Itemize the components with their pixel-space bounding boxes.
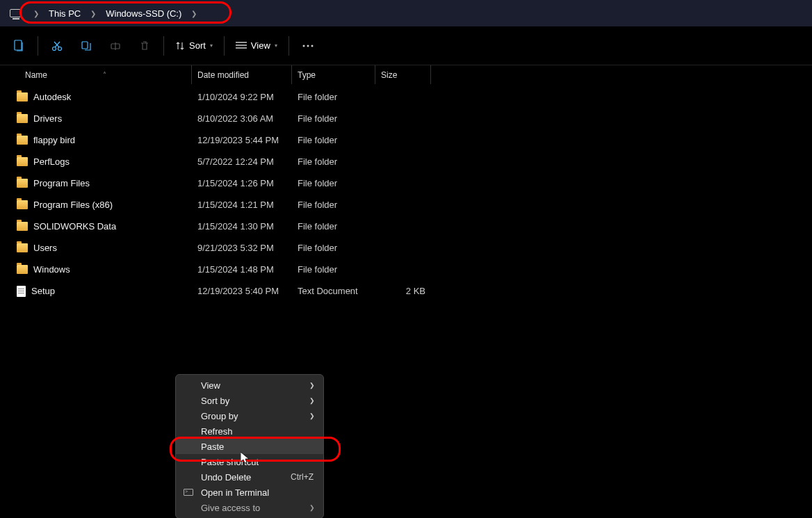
pc-icon <box>10 9 21 17</box>
menu-sort-by[interactable]: Sort by ❯ <box>176 393 323 408</box>
breadcrumb-drive[interactable]: Windows-SSD (C:) <box>103 8 184 19</box>
file-date: 12/19/2023 5:44 PM <box>192 135 292 145</box>
menu-group-by[interactable]: Group by ❯ <box>176 408 323 423</box>
chevron-right-icon[interactable]: ❯ <box>186 10 202 17</box>
chevron-right-icon: ❯ <box>309 397 315 404</box>
menu-undo-delete[interactable]: Undo Delete Ctrl+Z <box>176 469 323 485</box>
view-icon <box>236 42 247 50</box>
menu-refresh[interactable]: Refresh <box>176 423 323 439</box>
folder-icon <box>17 92 28 102</box>
chevron-right-icon: ❯ <box>309 504 315 511</box>
file-type: File folder <box>292 243 375 253</box>
svg-point-2 <box>58 47 62 50</box>
file-type: File folder <box>292 135 375 145</box>
file-row[interactable]: Setup12/19/2023 5:40 PMText Document2 KB <box>0 280 812 302</box>
file-type: File folder <box>292 156 375 167</box>
menu-view[interactable]: View ❯ <box>176 378 323 393</box>
file-row[interactable]: Drivers8/10/2022 3:06 AMFile folder <box>0 108 812 129</box>
chevron-down-icon: ▾ <box>275 42 277 49</box>
file-row[interactable]: Autodesk1/10/2024 9:22 PMFile folder <box>0 86 812 108</box>
file-name: Program Files (x86) <box>33 200 113 210</box>
header-date[interactable]: Date modified <box>192 65 292 84</box>
file-area[interactable]: Name ˄ Date modified Type Size Autodesk1… <box>0 65 812 518</box>
terminal-icon <box>183 488 194 496</box>
header-size[interactable]: Size <box>375 65 431 84</box>
file-name: Users <box>33 243 57 253</box>
header-type[interactable]: Type <box>292 65 375 84</box>
svg-rect-3 <box>82 42 88 49</box>
more-button[interactable] <box>293 33 323 58</box>
file-type: File folder <box>292 221 375 232</box>
sort-button[interactable]: Sort ▾ <box>168 40 220 51</box>
file-row[interactable]: Program Files1/15/2024 1:26 PMFile folde… <box>0 172 812 194</box>
file-date: 1/10/2024 9:22 PM <box>192 92 292 102</box>
cut-button[interactable] <box>42 33 72 58</box>
file-type: File folder <box>292 200 375 210</box>
file-date: 1/15/2024 1:26 PM <box>192 178 292 188</box>
file-type: File folder <box>292 113 375 124</box>
file-type: File folder <box>292 178 375 188</box>
chevron-up-icon: ˄ <box>103 71 106 79</box>
file-name: Drivers <box>33 113 62 124</box>
separator <box>224 36 225 56</box>
folder-icon <box>17 243 28 252</box>
chevron-right-icon[interactable]: ❯ <box>28 10 44 17</box>
file-size: 2 KB <box>375 286 431 296</box>
breadcrumb-this-pc[interactable]: This PC <box>46 8 83 19</box>
view-button[interactable]: View ▾ <box>229 40 284 51</box>
separator <box>38 36 38 56</box>
chevron-right-icon: ❯ <box>309 412 315 419</box>
folder-icon <box>17 179 28 188</box>
sort-icon <box>175 41 185 51</box>
shortcut-label: Ctrl+Z <box>291 472 314 482</box>
menu-open-terminal[interactable]: Open in Terminal <box>176 485 323 500</box>
titlebar: ❯ This PC ❯ Windows-SSD (C:) ❯ <box>0 0 812 26</box>
menu-paste[interactable]: Paste <box>176 439 323 454</box>
file-row[interactable]: SOLIDWORKS Data1/15/2024 1:30 PMFile fol… <box>0 216 812 237</box>
file-date: 5/7/2022 12:24 PM <box>192 156 292 167</box>
new-button[interactable] <box>4 33 33 58</box>
file-type: File folder <box>292 264 375 275</box>
breadcrumb[interactable]: ❯ This PC ❯ Windows-SSD (C:) ❯ <box>6 3 206 24</box>
file-name: Setup <box>31 286 55 296</box>
toolbar: Sort ▾ View ▾ <box>0 26 812 65</box>
file-type: File folder <box>292 92 375 102</box>
chevron-right-icon: ❯ <box>309 382 315 389</box>
context-menu: View ❯ Sort by ❯ Group by ❯ Refresh Past… <box>175 374 324 518</box>
rename-button[interactable] <box>101 33 130 58</box>
sort-label: Sort <box>189 40 206 51</box>
file-row[interactable]: PerfLogs5/7/2022 12:24 PMFile folder <box>0 151 812 172</box>
file-date: 1/15/2024 1:21 PM <box>192 200 292 210</box>
file-date: 9/21/2023 5:32 PM <box>192 243 292 253</box>
file-row[interactable]: Users9/21/2023 5:32 PMFile folder <box>0 237 812 259</box>
folder-icon <box>17 157 28 166</box>
file-name: flappy bird <box>33 135 75 145</box>
file-row[interactable]: Program Files (x86)1/15/2024 1:21 PMFile… <box>0 194 812 216</box>
file-date: 1/15/2024 1:30 PM <box>192 221 292 232</box>
file-row[interactable]: flappy bird12/19/2023 5:44 PMFile folder <box>0 129 812 151</box>
copy-button[interactable] <box>72 33 101 58</box>
svg-point-1 <box>53 47 56 50</box>
folder-icon <box>17 136 28 145</box>
chevron-right-icon[interactable]: ❯ <box>85 10 102 17</box>
separator <box>163 36 164 56</box>
delete-button[interactable] <box>130 33 159 58</box>
chevron-down-icon: ▾ <box>210 42 213 49</box>
file-date: 8/10/2022 3:06 AM <box>192 113 292 124</box>
file-date: 1/15/2024 1:48 PM <box>192 264 292 275</box>
svg-point-5 <box>302 44 304 47</box>
file-name: Program Files <box>33 178 90 188</box>
file-date: 12/19/2023 5:40 PM <box>192 286 292 296</box>
header-name[interactable]: Name ˄ <box>0 65 192 84</box>
file-type: Text Document <box>292 286 375 296</box>
view-label: View <box>251 40 270 51</box>
folder-icon <box>17 200 28 209</box>
file-name: Windows <box>33 264 70 275</box>
svg-rect-0 <box>15 40 22 50</box>
folder-icon <box>17 114 28 123</box>
file-row[interactable]: Windows1/15/2024 1:48 PMFile folder <box>0 259 812 280</box>
content-area: Name ˄ Date modified Type Size Autodesk1… <box>0 65 812 518</box>
svg-point-7 <box>311 44 313 47</box>
menu-give-access[interactable]: Give access to ❯ <box>176 500 323 515</box>
menu-paste-shortcut[interactable]: Paste shortcut <box>176 454 323 469</box>
